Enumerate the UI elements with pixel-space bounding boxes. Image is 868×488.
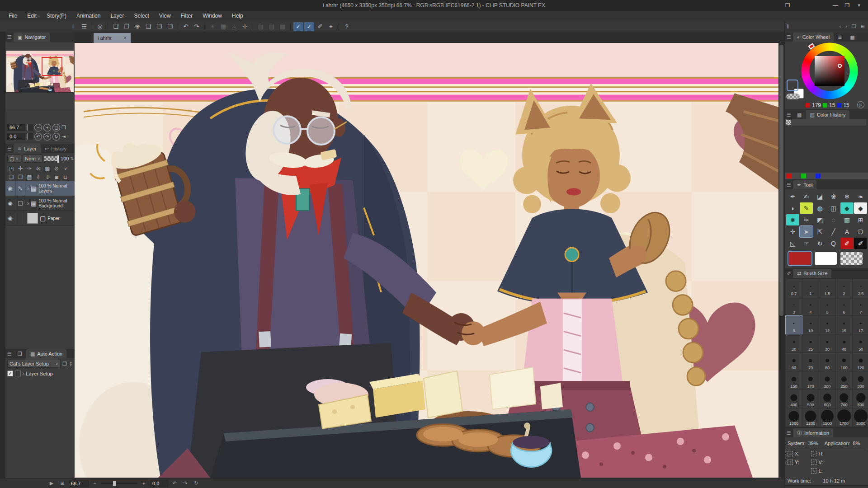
opacity-slider[interactable]: [44, 156, 59, 161]
document-close-icon[interactable]: ×: [123, 35, 127, 41]
brush-size-150[interactable]: 150: [786, 371, 802, 389]
quick-green-swatch[interactable]: [801, 174, 806, 178]
quick-red-swatch[interactable]: [787, 174, 792, 178]
layer-row[interactable]: ◉▢Paper: [5, 211, 75, 226]
connect-button-icon[interactable]: ⊕: [132, 22, 142, 31]
menu-storyp[interactable]: Story(P): [42, 11, 71, 21]
saturation-value-square[interactable]: [815, 56, 844, 86]
transparent-color-button[interactable]: [786, 94, 800, 99]
brush-size-5[interactable]: 5: [819, 297, 835, 315]
add-action-icon[interactable]: ❐: [62, 361, 67, 367]
blend-mode-combo[interactable]: Normal ∨: [23, 155, 42, 163]
line-tool-icon[interactable]: ╱: [827, 226, 840, 237]
brush-size-250[interactable]: 250: [836, 371, 852, 389]
onion-skin-icon[interactable]: ⊞: [58, 480, 67, 486]
open-file-button-icon[interactable]: ❐: [122, 22, 132, 31]
tab-color-slider[interactable]: ≣: [834, 33, 846, 42]
tab-color-wheel[interactable]: ◐ Color Wheel: [793, 33, 834, 42]
brush-size-menu-icon[interactable]: ✐: [785, 269, 793, 278]
layer-edit-cell[interactable]: [15, 211, 25, 225]
transfer-layer-icon[interactable]: ⇩: [34, 174, 42, 180]
workspace-icon[interactable]: ❐: [781, 0, 794, 11]
reset-view-icon[interactable]: ⇥: [61, 134, 66, 140]
color-history-menu-icon[interactable]: ☰: [785, 110, 793, 119]
auto-action-preset-combo[interactable]: Cat's Layer Setup ∨: [7, 360, 61, 368]
layer-menu-icon[interactable]: ☰: [5, 144, 14, 153]
layer-checkbox[interactable]: [15, 196, 25, 211]
brush-size-80[interactable]: 80: [819, 353, 835, 371]
sub-color-swatch[interactable]: [814, 252, 837, 265]
blend-tool-icon[interactable]: ◗: [786, 202, 799, 214]
layer-visibility-icon[interactable]: ◉: [5, 181, 15, 196]
information-menu-icon[interactable]: ☰: [785, 428, 793, 437]
action-checkbox-2[interactable]: [15, 371, 21, 376]
layer-row-body[interactable]: ▢Paper: [25, 211, 75, 225]
brush-size-2[interactable]: 2: [836, 279, 852, 297]
redo-button-icon[interactable]: ↷: [192, 22, 202, 31]
action-name[interactable]: Layer Setup: [26, 371, 52, 376]
hand-tool-icon[interactable]: ☞: [800, 238, 813, 249]
dock-forward-icon[interactable]: ›: [845, 23, 847, 29]
clip-studio-logo-icon[interactable]: ◎: [95, 22, 105, 31]
lasso-tool-icon[interactable]: ◌: [827, 214, 840, 225]
transparent-history-swatch[interactable]: [786, 120, 791, 125]
object-tool-icon[interactable]: ➤: [800, 226, 813, 237]
navigator-menu-icon[interactable]: ☰: [5, 33, 14, 42]
export-button-icon[interactable]: ❒: [165, 22, 175, 31]
tab-history[interactable]: ↩ History: [41, 144, 71, 153]
mesh-transform-tool-icon[interactable]: ⊞: [854, 214, 867, 225]
brush-size-1[interactable]: 1: [802, 279, 819, 297]
delete-layer-icon[interactable]: ⊔: [61, 174, 70, 180]
zoom-tool-icon[interactable]: Q: [827, 238, 840, 249]
layer-row[interactable]: ◉✎›▤100 % NormalLayers: [5, 181, 75, 196]
navigator-thumbnail[interactable]: [6, 51, 74, 92]
statusbar-zoom-slider[interactable]: [101, 483, 137, 484]
lock-layer-icon[interactable]: ⊠: [34, 165, 42, 172]
fill-alt-tool-icon[interactable]: ◆: [854, 202, 867, 214]
statusbar-rotation-value[interactable]: 0.0: [150, 480, 168, 487]
tab-navigator[interactable]: ▣ Navigator: [14, 33, 50, 42]
close-button[interactable]: ×: [853, 0, 865, 11]
brush-size-1700[interactable]: 1700: [836, 408, 852, 427]
statusbar-rotate-cw-icon[interactable]: ↷: [181, 480, 190, 486]
transparent-swatch[interactable]: [840, 252, 863, 265]
new-raster-layer-icon[interactable]: ❏: [7, 174, 15, 180]
layer-row[interactable]: ◉›▤100 % NormalBackground: [5, 196, 75, 211]
brush-size-1500[interactable]: 1500: [819, 408, 835, 427]
snap-to-ruler-toggle-icon[interactable]: ✓: [293, 22, 303, 31]
auto-select-tool-icon[interactable]: ✸: [786, 214, 799, 225]
expand-folder-icon[interactable]: ›: [27, 200, 29, 206]
snap-to-special-ruler-toggle-icon[interactable]: ✓: [304, 22, 314, 31]
minimize-button[interactable]: —: [829, 0, 842, 11]
ruler-chevron-icon[interactable]: ∨: [61, 166, 70, 171]
import-action-icon[interactable]: ↧: [69, 361, 73, 367]
quick-blue-swatch[interactable]: [816, 174, 821, 178]
statusbar-reset-icon[interactable]: ↻: [192, 480, 201, 486]
gradient-tool-icon[interactable]: ▥: [840, 214, 854, 225]
color-wheel-menu-icon[interactable]: ☰: [785, 33, 793, 42]
layer-row-body[interactable]: ›▤100 % NormalBackground: [25, 196, 75, 211]
vertical-scroll-thumb[interactable]: [779, 45, 783, 316]
color-wheel[interactable]: [785, 42, 868, 101]
brush-size-8[interactable]: 8: [786, 316, 802, 334]
enable-mask-icon[interactable]: ⊘: [52, 165, 61, 172]
brush-size-4[interactable]: 4: [802, 297, 819, 315]
main-color-swatch[interactable]: [788, 252, 811, 265]
brush-size-10[interactable]: 10: [802, 316, 819, 334]
clip-to-layer-icon[interactable]: ◳: [7, 165, 15, 172]
fit-to-screen-button[interactable]: ◻: [52, 124, 60, 131]
decoration-tool-icon[interactable]: ❀: [827, 191, 840, 202]
brush-size-700[interactable]: 700: [836, 390, 852, 408]
menu-layer[interactable]: Layer: [105, 11, 129, 21]
brush-size-170[interactable]: 170: [802, 371, 819, 389]
layer-visibility-icon[interactable]: ◉: [5, 211, 15, 225]
brush-size-200[interactable]: 200: [819, 371, 835, 389]
help-button-icon[interactable]: ?: [342, 22, 352, 31]
navigator-preview[interactable]: [5, 43, 75, 109]
auto-action-item-row[interactable]: ✓ › Layer Setup: [5, 369, 75, 378]
lasso-fill-tool-icon[interactable]: ◍: [813, 202, 826, 214]
playback-icon[interactable]: ▶: [47, 480, 56, 486]
tab-color-history[interactable]: ▤ Color History: [806, 110, 849, 119]
brush-size-600[interactable]: 600: [819, 390, 835, 408]
statusbar-rotate-ccw-icon[interactable]: ↶: [170, 480, 179, 486]
